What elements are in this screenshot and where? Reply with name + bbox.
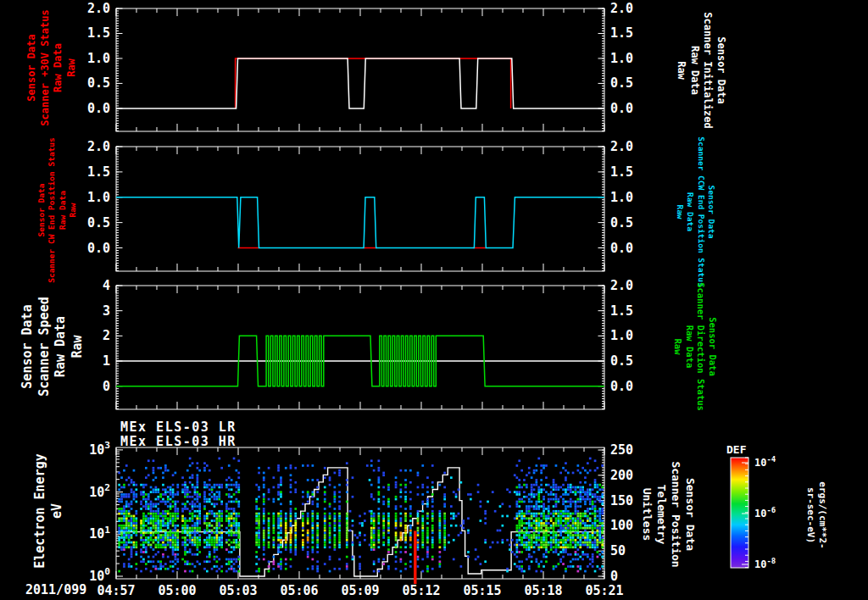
svg-text:05:21: 05:21 [585, 583, 623, 598]
svg-text:05:09: 05:09 [341, 583, 379, 598]
svg-text:0.5: 0.5 [610, 75, 633, 91]
svg-text:0: 0 [610, 569, 618, 584]
panel4-right-label: Sensor Data Scanner Position Telemetry U… [639, 461, 697, 567]
svg-text:2.0: 2.0 [610, 139, 633, 154]
svg-text:05:15: 05:15 [463, 583, 501, 598]
svg-text:103: 103 [89, 440, 110, 458]
svg-text:05:06: 05:06 [280, 583, 318, 598]
svg-text:10-6: 10-6 [754, 506, 776, 519]
panel2-right-label: Sensor Data Scanner CCW End Position Sta… [674, 136, 715, 286]
panel2-left-label: Sensor Data Scanner CW End Position Stat… [36, 137, 78, 283]
svg-text:1.5: 1.5 [87, 25, 110, 41]
plot-window: 2.01.51.00.50.02.01.51.00.50.02.01.51.00… [0, 0, 868, 600]
svg-text:0.0: 0.0 [610, 241, 633, 256]
svg-text:2.0: 2.0 [610, 1, 633, 16]
panel1-left-label: Sensor Data Scanner +30V Status Raw Data… [25, 9, 78, 125]
svg-text:04:57: 04:57 [97, 583, 135, 598]
svg-text:1.0: 1.0 [87, 190, 110, 205]
svg-text:0.5: 0.5 [87, 215, 110, 231]
svg-text:2.0: 2.0 [87, 139, 110, 154]
svg-text:1.5: 1.5 [610, 303, 633, 319]
panel-3-axes: 432102.01.51.00.50.0 [103, 278, 633, 409]
svg-text:100: 100 [89, 566, 110, 584]
panel1-right-label: Sensor Data Scanner Initialized Raw Data… [675, 12, 727, 128]
trace-scanner-30v-status [236, 58, 511, 108]
date-label: 2011/099 [25, 582, 86, 597]
panel4-left-label: Electron Energy eV [32, 453, 65, 568]
svg-text:0.5: 0.5 [87, 75, 110, 91]
svg-text:1.5: 1.5 [87, 164, 110, 180]
svg-text:05:12: 05:12 [402, 583, 440, 598]
svg-text:1.0: 1.0 [87, 51, 110, 66]
svg-text:4: 4 [103, 278, 110, 293]
colorbar-units-label: ergs/(cm**2-sr-sec-eV) [804, 481, 829, 548]
svg-text:1.5: 1.5 [610, 164, 633, 180]
svg-text:1.0: 1.0 [610, 328, 633, 343]
svg-text:0.0: 0.0 [87, 101, 110, 116]
svg-text:10-8: 10-8 [754, 557, 776, 570]
svg-text:150: 150 [610, 493, 633, 508]
trace-scanner-ccw-end-position-status [116, 197, 604, 248]
svg-text:0: 0 [103, 379, 110, 394]
svg-text:250: 250 [610, 442, 633, 458]
svg-text:100: 100 [610, 518, 633, 533]
svg-text:0.0: 0.0 [610, 101, 633, 116]
svg-text:50: 50 [610, 543, 626, 558]
svg-text:0.0: 0.0 [87, 241, 110, 256]
spectrogram-dots [118, 458, 604, 584]
svg-text:0.5: 0.5 [610, 353, 633, 369]
svg-text:05:18: 05:18 [524, 583, 562, 598]
svg-text:1.0: 1.0 [610, 51, 633, 66]
red-event-line [414, 531, 416, 584]
svg-text:05:03: 05:03 [219, 583, 257, 598]
svg-text:102: 102 [89, 482, 110, 500]
svg-text:200: 200 [610, 468, 633, 483]
panel3-right-label: Sensor Data Scanner Direction Status Raw… [672, 282, 719, 411]
panel-1-axes: 2.01.51.00.50.02.01.51.00.50.0 [87, 1, 633, 131]
spectrogram-title-lr: MEx ELS-03 LR [120, 419, 236, 435]
colorbar: 10-410-610-8 [731, 455, 776, 570]
panel3-left-label: Sensor Data Scanner Speed Raw Data Raw [19, 297, 86, 396]
svg-text:1.5: 1.5 [610, 25, 633, 41]
svg-text:1: 1 [103, 353, 110, 369]
colorbar-title: DEF [726, 443, 746, 456]
trace-scanner-initialized [116, 58, 604, 108]
svg-text:101: 101 [89, 525, 110, 542]
spectrogram-title-hr: MEx ELS-03 HR [120, 434, 236, 449]
svg-text:2.0: 2.0 [87, 1, 110, 16]
svg-text:05:00: 05:00 [158, 583, 196, 598]
svg-text:0.0: 0.0 [610, 379, 633, 394]
svg-text:10-4: 10-4 [754, 455, 776, 469]
panel-2-axes: 2.01.51.00.50.02.01.51.00.50.0 [87, 139, 633, 271]
svg-text:2: 2 [103, 328, 110, 343]
svg-text:2.0: 2.0 [610, 278, 633, 293]
svg-text:1.0: 1.0 [610, 190, 633, 205]
svg-text:3: 3 [103, 303, 110, 319]
plots-canvas: 2.01.51.00.50.02.01.51.00.50.02.01.51.00… [0, 0, 868, 600]
svg-text:0.5: 0.5 [610, 215, 633, 231]
